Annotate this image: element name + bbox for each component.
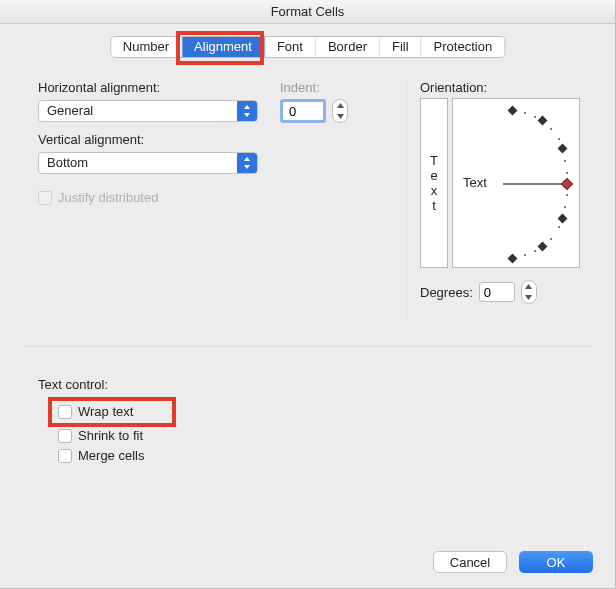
svg-point-10 [564, 160, 566, 162]
orient-char: T [430, 153, 438, 168]
label-horizontal-alignment: Horizontal alignment: [38, 80, 160, 95]
combo-vertical-value: Bottom [39, 153, 237, 173]
svg-point-8 [550, 128, 552, 130]
stepper-degrees[interactable] [521, 280, 537, 304]
checkbox-box [58, 449, 72, 463]
input-indent[interactable] [280, 99, 326, 123]
svg-rect-4 [538, 242, 548, 252]
combo-horizontal-value: General [39, 101, 237, 121]
tab-font[interactable]: Font [265, 37, 316, 57]
svg-point-11 [566, 172, 568, 174]
button-row: Cancel OK [433, 551, 593, 573]
orient-char: x [431, 183, 438, 198]
checkbox-box [38, 191, 52, 205]
svg-rect-19 [561, 178, 572, 189]
svg-point-15 [550, 238, 552, 240]
checkbox-shrink-to-fit[interactable]: Shrink to fit [58, 428, 143, 443]
horizontal-divider [24, 346, 591, 347]
ok-button[interactable]: OK [519, 551, 593, 573]
svg-rect-2 [558, 144, 568, 154]
orientation-text-label: Text [463, 175, 487, 190]
checkbox-box [58, 429, 72, 443]
combo-vertical-alignment[interactable]: Bottom [38, 152, 258, 174]
label-degrees: Degrees: [420, 285, 473, 300]
updown-icon [237, 153, 257, 173]
svg-point-9 [558, 138, 560, 140]
input-degrees[interactable] [479, 282, 515, 302]
checkbox-box [58, 405, 72, 419]
vertical-divider [406, 80, 407, 320]
label-indent: Indent: [280, 80, 320, 95]
tab-bar: Number Alignment Font Border Fill Protec… [110, 36, 505, 58]
tab-number[interactable]: Number [111, 37, 182, 57]
tab-alignment[interactable]: Alignment [182, 37, 265, 57]
svg-point-12 [566, 194, 568, 196]
orientation-vertical-button[interactable]: T e x t [420, 98, 448, 268]
stepper-indent[interactable] [332, 99, 348, 123]
svg-rect-0 [508, 106, 518, 116]
checkbox-label: Shrink to fit [78, 428, 143, 443]
tab-fill[interactable]: Fill [380, 37, 422, 57]
orientation-panel: T e x t [420, 98, 580, 268]
combo-horizontal-alignment[interactable]: General [38, 100, 258, 122]
svg-point-13 [564, 206, 566, 208]
svg-point-16 [534, 250, 536, 252]
stepper-down-icon [333, 111, 347, 122]
svg-point-17 [524, 254, 526, 256]
checkbox-label: Justify distributed [58, 190, 158, 205]
tab-border[interactable]: Border [316, 37, 380, 57]
dialog-content: Number Alignment Font Border Fill Protec… [0, 24, 615, 589]
orientation-dial[interactable]: Text [452, 98, 580, 268]
stepper-up-icon [333, 100, 347, 111]
orient-char: t [432, 198, 436, 213]
label-vertical-alignment: Vertical alignment: [38, 132, 144, 147]
label-orientation: Orientation: [420, 80, 487, 95]
dialog-title: Format Cells [0, 0, 615, 24]
svg-rect-3 [558, 214, 568, 224]
checkbox-wrap-text[interactable]: Wrap text [58, 404, 133, 419]
svg-rect-5 [508, 254, 518, 264]
checkbox-justify-distributed: Justify distributed [38, 190, 158, 205]
svg-point-14 [558, 226, 560, 228]
checkbox-merge-cells[interactable]: Merge cells [58, 448, 144, 463]
svg-rect-1 [538, 116, 548, 126]
svg-point-7 [534, 116, 536, 118]
checkbox-label: Wrap text [78, 404, 133, 419]
degrees-row: Degrees: [420, 280, 537, 304]
updown-icon [237, 101, 257, 121]
tab-protection[interactable]: Protection [422, 37, 505, 57]
cancel-button[interactable]: Cancel [433, 551, 507, 573]
stepper-up-icon [522, 281, 536, 292]
checkbox-label: Merge cells [78, 448, 144, 463]
label-text-control: Text control: [38, 377, 108, 392]
svg-point-6 [524, 112, 526, 114]
stepper-down-icon [522, 292, 536, 303]
orient-char: e [430, 168, 437, 183]
